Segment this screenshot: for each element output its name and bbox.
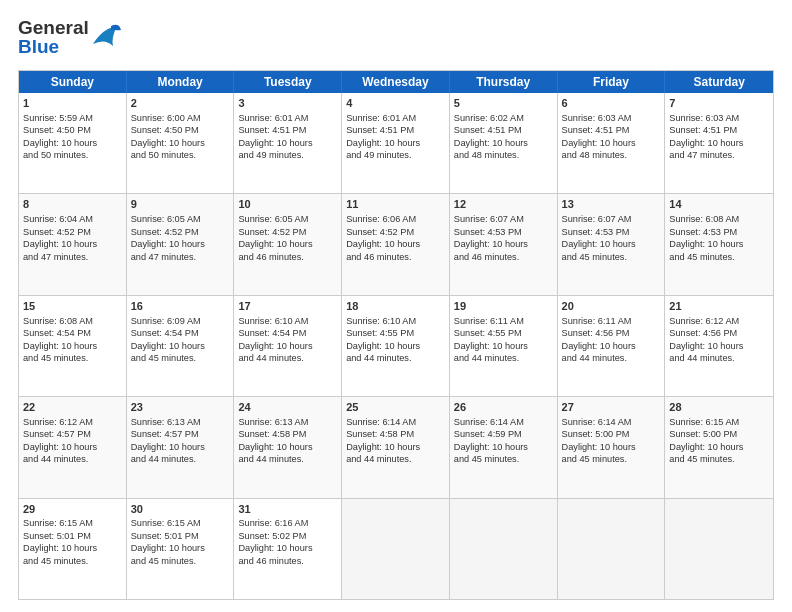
- day-info-line: Sunrise: 6:10 AM: [346, 315, 445, 327]
- day-cell-1: 1Sunrise: 5:59 AMSunset: 4:50 PMDaylight…: [19, 93, 127, 193]
- day-info-line: Sunset: 4:54 PM: [238, 327, 337, 339]
- day-info-line: Daylight: 10 hours: [131, 340, 230, 352]
- day-info-line: Daylight: 10 hours: [23, 542, 122, 554]
- day-info-line: and 47 minutes.: [669, 149, 769, 161]
- day-info-line: Sunrise: 6:08 AM: [23, 315, 122, 327]
- day-info-line: Daylight: 10 hours: [238, 137, 337, 149]
- day-number: 19: [454, 299, 553, 314]
- day-info-line: and 44 minutes.: [669, 352, 769, 364]
- day-info-line: Sunrise: 6:03 AM: [562, 112, 661, 124]
- day-number: 12: [454, 197, 553, 212]
- day-info-line: Daylight: 10 hours: [346, 441, 445, 453]
- day-info-line: and 49 minutes.: [238, 149, 337, 161]
- day-info-line: and 44 minutes.: [23, 453, 122, 465]
- day-cell-19: 19Sunrise: 6:11 AMSunset: 4:55 PMDayligh…: [450, 296, 558, 396]
- day-info-line: Daylight: 10 hours: [669, 137, 769, 149]
- day-info-line: Sunrise: 6:14 AM: [454, 416, 553, 428]
- empty-cell: [558, 499, 666, 599]
- day-cell-6: 6Sunrise: 6:03 AMSunset: 4:51 PMDaylight…: [558, 93, 666, 193]
- empty-cell: [342, 499, 450, 599]
- header-day-wednesday: Wednesday: [342, 71, 450, 93]
- day-info-line: Sunrise: 6:02 AM: [454, 112, 553, 124]
- day-info-line: Sunset: 4:51 PM: [669, 124, 769, 136]
- day-cell-30: 30Sunrise: 6:15 AMSunset: 5:01 PMDayligh…: [127, 499, 235, 599]
- calendar-body: 1Sunrise: 5:59 AMSunset: 4:50 PMDaylight…: [19, 93, 773, 599]
- day-info-line: Sunrise: 6:14 AM: [562, 416, 661, 428]
- day-info-line: Daylight: 10 hours: [454, 137, 553, 149]
- day-info-line: Sunrise: 6:13 AM: [131, 416, 230, 428]
- day-info-line: Sunrise: 6:11 AM: [562, 315, 661, 327]
- day-info-line: Daylight: 10 hours: [131, 441, 230, 453]
- day-cell-15: 15Sunrise: 6:08 AMSunset: 4:54 PMDayligh…: [19, 296, 127, 396]
- day-info-line: and 45 minutes.: [23, 555, 122, 567]
- day-info-line: Sunset: 4:51 PM: [238, 124, 337, 136]
- logo-bird-icon: [89, 20, 121, 60]
- day-info-line: and 46 minutes.: [454, 251, 553, 263]
- day-info-line: Sunset: 4:54 PM: [23, 327, 122, 339]
- day-info-line: Sunrise: 6:00 AM: [131, 112, 230, 124]
- day-info-line: Sunset: 4:57 PM: [131, 428, 230, 440]
- day-info-line: Sunset: 4:51 PM: [454, 124, 553, 136]
- day-info-line: Sunset: 4:59 PM: [454, 428, 553, 440]
- day-info-line: and 45 minutes.: [23, 352, 122, 364]
- calendar-row-4: 22Sunrise: 6:12 AMSunset: 4:57 PMDayligh…: [19, 397, 773, 498]
- day-number: 15: [23, 299, 122, 314]
- day-number: 20: [562, 299, 661, 314]
- day-info-line: Sunrise: 6:12 AM: [669, 315, 769, 327]
- day-number: 11: [346, 197, 445, 212]
- day-number: 13: [562, 197, 661, 212]
- day-info-line: and 47 minutes.: [131, 251, 230, 263]
- day-cell-4: 4Sunrise: 6:01 AMSunset: 4:51 PMDaylight…: [342, 93, 450, 193]
- day-info-line: and 46 minutes.: [238, 555, 337, 567]
- day-info-line: Daylight: 10 hours: [562, 441, 661, 453]
- header-day-monday: Monday: [127, 71, 235, 93]
- day-number: 17: [238, 299, 337, 314]
- day-number: 23: [131, 400, 230, 415]
- day-info-line: and 45 minutes.: [562, 453, 661, 465]
- day-info-line: Daylight: 10 hours: [562, 137, 661, 149]
- day-cell-12: 12Sunrise: 6:07 AMSunset: 4:53 PMDayligh…: [450, 194, 558, 294]
- day-info-line: Sunrise: 6:11 AM: [454, 315, 553, 327]
- day-info-line: and 49 minutes.: [346, 149, 445, 161]
- day-cell-18: 18Sunrise: 6:10 AMSunset: 4:55 PMDayligh…: [342, 296, 450, 396]
- day-info-line: Sunset: 5:02 PM: [238, 530, 337, 542]
- empty-cell: [665, 499, 773, 599]
- day-info-line: Sunset: 4:56 PM: [669, 327, 769, 339]
- day-info-line: Daylight: 10 hours: [238, 238, 337, 250]
- day-info-line: Sunset: 5:00 PM: [669, 428, 769, 440]
- day-info-line: Sunrise: 6:15 AM: [23, 517, 122, 529]
- day-info-line: Sunrise: 6:06 AM: [346, 213, 445, 225]
- day-info-line: and 46 minutes.: [238, 251, 337, 263]
- empty-cell: [450, 499, 558, 599]
- day-info-line: Sunset: 4:58 PM: [346, 428, 445, 440]
- day-info-line: Daylight: 10 hours: [238, 441, 337, 453]
- day-info-line: and 48 minutes.: [562, 149, 661, 161]
- day-info-line: and 44 minutes.: [346, 453, 445, 465]
- day-info-line: Sunrise: 6:01 AM: [238, 112, 337, 124]
- day-number: 2: [131, 96, 230, 111]
- day-info-line: Daylight: 10 hours: [23, 137, 122, 149]
- day-info-line: Sunrise: 6:15 AM: [669, 416, 769, 428]
- day-info-line: Sunset: 4:52 PM: [131, 226, 230, 238]
- day-number: 7: [669, 96, 769, 111]
- day-info-line: Sunrise: 6:15 AM: [131, 517, 230, 529]
- day-info-line: Sunrise: 6:07 AM: [562, 213, 661, 225]
- day-info-line: Sunrise: 6:14 AM: [346, 416, 445, 428]
- calendar-row-3: 15Sunrise: 6:08 AMSunset: 4:54 PMDayligh…: [19, 296, 773, 397]
- header-day-saturday: Saturday: [665, 71, 773, 93]
- day-number: 3: [238, 96, 337, 111]
- day-info-line: and 44 minutes.: [346, 352, 445, 364]
- day-cell-17: 17Sunrise: 6:10 AMSunset: 4:54 PMDayligh…: [234, 296, 342, 396]
- day-number: 18: [346, 299, 445, 314]
- day-info-line: and 47 minutes.: [23, 251, 122, 263]
- day-info-line: Sunset: 4:54 PM: [131, 327, 230, 339]
- day-number: 10: [238, 197, 337, 212]
- day-number: 31: [238, 502, 337, 517]
- day-info-line: Sunset: 4:53 PM: [562, 226, 661, 238]
- day-cell-11: 11Sunrise: 6:06 AMSunset: 4:52 PMDayligh…: [342, 194, 450, 294]
- day-cell-13: 13Sunrise: 6:07 AMSunset: 4:53 PMDayligh…: [558, 194, 666, 294]
- day-info-line: Sunset: 4:55 PM: [346, 327, 445, 339]
- header-day-friday: Friday: [558, 71, 666, 93]
- day-number: 25: [346, 400, 445, 415]
- day-info-line: and 44 minutes.: [454, 352, 553, 364]
